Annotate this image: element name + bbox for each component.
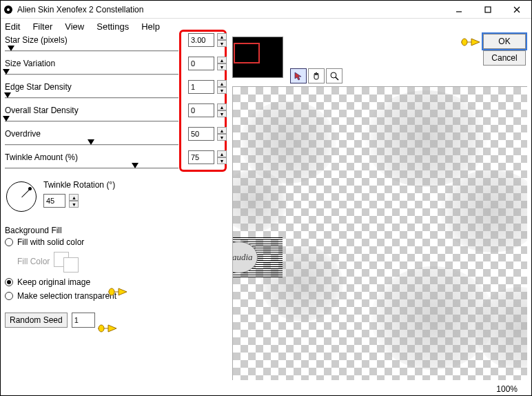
pointer-tool[interactable] [290,68,307,83]
random-seed-input[interactable] [72,313,95,328]
radio-make-transparent[interactable]: Make selection transparent [5,289,232,303]
slider-input[interactable] [188,150,214,164]
slider-thumb[interactable] [8,46,14,51]
slider-track[interactable] [5,97,178,99]
slider-input[interactable] [188,33,214,47]
svg-line-10 [336,77,338,80]
minimize-button[interactable] [444,1,473,19]
navigator-viewport[interactable] [234,43,260,63]
slider-thumb[interactable] [88,139,94,145]
spin-down-icon[interactable]: ▼ [217,40,227,47]
slider-track[interactable] [5,121,178,122]
radio-icon [5,238,13,246]
fill-color-label: Fill Color [17,257,50,266]
left-pane: Star Size (pixels) ▲▼ Size Variation ▲▼ … [1,34,232,395]
close-button[interactable] [502,1,531,19]
slider-label: Size Variation [5,59,55,68]
slider-input[interactable] [188,57,214,70]
zoom-tool[interactable] [326,68,342,83]
maximize-button[interactable] [473,1,502,19]
random-seed-row: Random Seed [5,313,232,328]
app-window: Alien Skin Xenofex 2 Constellation Edit … [0,0,532,396]
radio-label: Make selection transparent [17,291,116,301]
random-seed-button[interactable]: Random Seed [5,313,68,328]
menu-help[interactable]: Help [141,21,160,32]
spin-down-icon[interactable]: ▼ [217,134,227,141]
window-title: Alien Skin Xenofex 2 Constellation [17,5,444,14]
cancel-button[interactable]: Cancel [483,50,526,66]
slider-input[interactable] [188,127,214,141]
slider-thumb[interactable] [132,163,139,168]
rotation-spinner[interactable]: ▲▼ [69,194,79,208]
slider-thumb[interactable] [4,92,11,98]
svg-point-9 [331,72,336,78]
menu-filter[interactable]: Filter [32,21,52,32]
spin-down-icon[interactable]: ▼ [217,110,227,117]
radio-label: Keep original image [17,277,90,287]
radio-icon [5,292,13,300]
slider-twinkle-amount: Twinkle Amount (%) ▲▼ [5,152,232,176]
ok-label: OK [498,37,510,46]
slider-input[interactable] [188,103,214,117]
slider-spinner[interactable]: ▲▼ [217,33,227,47]
spin-up-icon[interactable]: ▲ [217,150,227,157]
slider-overall-density: Overall Star Density ▲▼ [5,106,232,129]
slider-overdrive: Overdrive ▲▼ [5,129,232,152]
right-pane: OK Cancel [232,34,531,395]
spin-down-icon[interactable]: ▼ [69,201,79,208]
slider-track[interactable] [5,168,178,169]
titlebar: Alien Skin Xenofex 2 Constellation [1,1,531,19]
slider-input[interactable] [188,80,214,94]
navigator-thumbnail[interactable] [232,37,283,78]
swatch-back [63,257,79,273]
slider-star-size: Star Size (pixels) ▲▼ [5,35,232,59]
twinkle-rotation-group: Twinkle Rotation (°) ▲▼ [5,176,232,213]
spin-up-icon[interactable]: ▲ [217,103,227,110]
rotation-input[interactable] [43,194,65,208]
spin-up-icon[interactable]: ▲ [217,33,227,40]
slider-spinner[interactable]: ▲▼ [217,80,227,94]
menu-edit[interactable]: Edit [5,21,20,32]
menu-settings[interactable]: Settings [96,21,129,32]
slider-label: Star Size (pixels) [5,35,68,45]
spin-up-icon[interactable]: ▲ [217,57,227,63]
rotation-dial[interactable] [6,181,37,212]
spin-down-icon[interactable]: ▼ [217,63,227,70]
slider-spinner[interactable]: ▲▼ [217,150,227,164]
preview-area[interactable]: claudia [232,86,527,380]
slider-label: Edge Star Density [5,82,72,92]
fill-color-row: Fill Color [17,252,232,271]
app-icon [3,5,13,14]
slider-track[interactable] [5,50,178,52]
slider-spinner[interactable]: ▲▼ [217,103,227,117]
radio-keep-original[interactable]: Keep original image [5,275,232,289]
slider-label: Twinkle Amount (%) [5,152,78,162]
slider-spinner[interactable]: ▲▼ [217,57,227,70]
dial-dot [28,187,32,190]
spin-down-icon[interactable]: ▼ [217,87,227,94]
slider-thumb[interactable] [3,69,10,75]
svg-point-8 [462,39,467,46]
color-swatch[interactable] [54,252,84,271]
slider-edge-density: Edge Star Density ▲▼ [5,82,232,106]
slider-spinner[interactable]: ▲▼ [217,127,227,141]
slider-size-variation: Size Variation ▲▼ [5,59,232,82]
svg-rect-3 [485,7,491,12]
slider-label: Overdrive [5,129,41,139]
spin-down-icon[interactable]: ▼ [217,157,227,164]
slider-thumb[interactable] [3,116,10,121]
slider-track[interactable] [5,74,178,75]
hand-tool[interactable] [308,68,325,83]
preview-blob [364,90,488,187]
window-controls [444,1,531,19]
content: Star Size (pixels) ▲▼ Size Variation ▲▼ … [1,34,531,395]
ok-cancel-group: OK Cancel [483,34,526,67]
radio-fill-solid[interactable]: Fill with solid color [5,235,232,249]
spin-up-icon[interactable]: ▲ [217,80,227,87]
radio-icon [5,278,13,286]
menu-view[interactable]: View [65,21,84,32]
spin-up-icon[interactable]: ▲ [69,194,79,201]
spin-up-icon[interactable]: ▲ [217,127,227,134]
ok-button[interactable]: OK [483,34,526,49]
zoom-readout: 100% [496,384,518,394]
